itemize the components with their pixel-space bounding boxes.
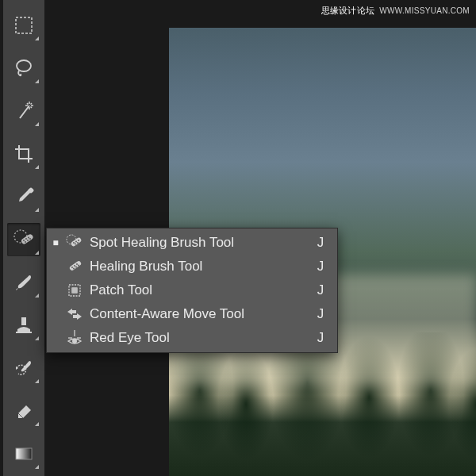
tool-history-brush[interactable]	[7, 351, 40, 385]
brush-icon	[13, 272, 34, 293]
svg-point-26	[75, 241, 77, 243]
flyout-item-shortcut: J	[313, 235, 328, 251]
flyout-item-content-aware-move[interactable]: Content-Aware Move Tool J	[47, 302, 337, 326]
healing-tool-flyout: ■ Spot Healing Brush Tool J Healing Brus…	[46, 228, 338, 353]
tool-spot-healing-brush[interactable]	[7, 223, 40, 256]
eraser-icon	[13, 401, 34, 421]
flyout-item-shortcut: J	[313, 282, 328, 298]
patch-icon	[64, 280, 85, 301]
svg-line-8	[31, 107, 33, 109]
svg-point-48	[72, 339, 77, 344]
tool-eyedropper[interactable]	[7, 180, 40, 213]
flyout-item-spot-healing[interactable]: ■ Spot Healing Brush Tool J	[47, 231, 337, 255]
svg-point-18	[29, 238, 31, 240]
tool-lasso[interactable]	[7, 52, 40, 85]
svg-point-1	[17, 60, 31, 71]
svg-point-28	[75, 244, 76, 245]
rectangular-marquee-icon	[13, 15, 34, 36]
watermark-text: 思缘设计论坛	[321, 5, 375, 17]
svg-rect-30	[69, 260, 83, 271]
tool-gradient[interactable]	[7, 437, 40, 470]
svg-point-13	[23, 240, 25, 241]
svg-line-2	[20, 106, 29, 118]
flyout-item-shortcut: J	[313, 259, 328, 274]
svg-point-27	[78, 240, 79, 241]
flyout-item-shortcut: J	[313, 330, 328, 346]
svg-point-25	[73, 242, 75, 244]
flyout-item-label: Healing Brush Tool	[90, 259, 309, 274]
watermark: 思缘设计论坛 WWW.MISSYUAN.COM	[321, 5, 470, 17]
svg-line-7	[27, 103, 29, 105]
tool-magic-wand[interactable]	[7, 94, 40, 128]
flyout-item-label: Spot Healing Brush Tool	[90, 235, 309, 251]
crop-icon	[13, 144, 34, 164]
content-aware-move-icon	[64, 304, 85, 324]
flyout-item-patch[interactable]: Patch Tool J	[47, 278, 337, 302]
svg-point-33	[76, 263, 78, 265]
tool-marquee[interactable]	[7, 9, 40, 42]
svg-point-14	[25, 238, 27, 240]
eyedropper-icon	[13, 186, 34, 207]
svg-line-9	[31, 103, 33, 105]
tools-toolbar	[3, 0, 44, 476]
flyout-item-red-eye[interactable]: Red Eye Tool J	[47, 326, 337, 350]
spot-healing-brush-icon	[13, 228, 35, 251]
flyout-item-label: Red Eye Tool	[90, 330, 309, 346]
gradient-icon	[13, 443, 34, 464]
spot-healing-brush-icon	[64, 232, 85, 253]
tool-crop[interactable]	[7, 137, 40, 171]
clone-stamp-icon	[13, 315, 34, 336]
watermark-url: WWW.MISSYUAN.COM	[379, 6, 470, 15]
svg-point-31	[71, 267, 73, 268]
tool-clone-stamp[interactable]	[7, 309, 40, 342]
history-brush-icon	[13, 358, 34, 378]
flyout-item-healing-brush[interactable]: Healing Brush Tool J	[47, 255, 337, 278]
flyout-item-shortcut: J	[313, 306, 328, 322]
tool-eraser[interactable]	[7, 394, 40, 428]
svg-point-17	[27, 240, 29, 241]
svg-point-35	[75, 267, 77, 268]
svg-point-36	[78, 265, 79, 267]
selected-indicator: ■	[52, 237, 60, 248]
tool-brush[interactable]	[7, 266, 40, 299]
lasso-icon	[13, 58, 34, 79]
flyout-item-label: Content-Aware Move Tool	[90, 306, 309, 322]
healing-brush-icon	[64, 256, 85, 277]
svg-rect-20	[16, 332, 32, 333]
svg-rect-22	[16, 448, 32, 459]
svg-point-16	[25, 241, 26, 243]
svg-rect-0	[16, 17, 32, 33]
svg-point-34	[73, 268, 75, 270]
flyout-item-label: Patch Tool	[90, 282, 309, 298]
red-eye-icon	[64, 328, 85, 348]
svg-rect-19	[21, 317, 26, 325]
magic-wand-icon	[13, 101, 34, 121]
svg-point-32	[74, 265, 75, 267]
svg-point-29	[77, 242, 79, 244]
svg-point-15	[28, 237, 29, 239]
